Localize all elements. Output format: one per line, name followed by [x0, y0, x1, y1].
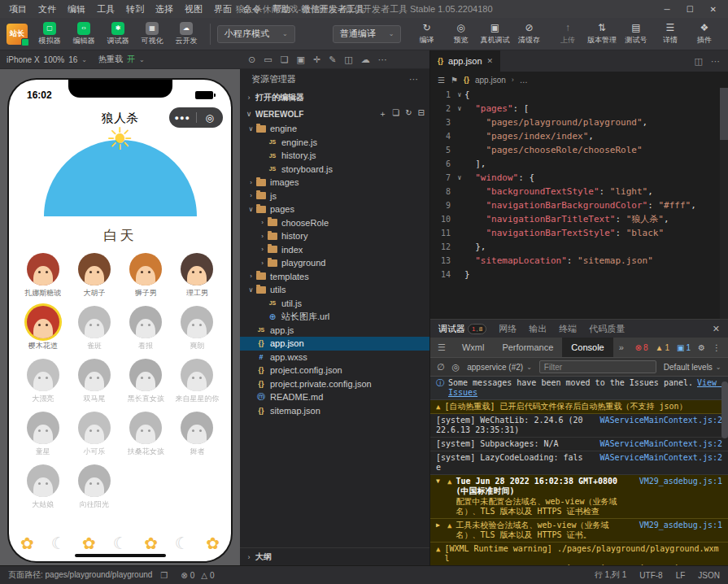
player-card[interactable]: 理工男 [172, 253, 223, 299]
editor-tab-appjson[interactable]: {} app.json ✕ [430, 50, 500, 72]
screenshot-icon[interactable]: ❏ [281, 54, 289, 65]
tree-item[interactable]: ›images [240, 176, 429, 190]
devtools-tab-console[interactable]: Console [562, 338, 612, 357]
player-card[interactable]: 看报 [120, 306, 172, 351]
kebab-menu-icon[interactable]: ⋮ [713, 343, 721, 352]
tree-item[interactable]: ⊕站长图库.url [240, 310, 429, 324]
menubar-item[interactable]: 命令 [238, 3, 267, 15]
clear-cache-button[interactable]: ⊘清缓存 [512, 22, 546, 46]
hot-reload-toggle[interactable]: 热重载 开 ⌄ [98, 54, 145, 65]
player-card[interactable]: 双马尾 [68, 359, 120, 404]
player-card[interactable]: 雀斑 [68, 306, 120, 351]
debugger-button[interactable]: ✱调试器 [101, 22, 135, 46]
mode-dropdown[interactable]: 小程序模式 ⌄ [217, 25, 295, 43]
tree-item[interactable]: ›index [240, 243, 429, 257]
outline-section[interactable]: › 大纲 [240, 547, 429, 565]
player-card[interactable]: 黑长直女孩 [120, 359, 172, 404]
player-card[interactable]: 扎娜斯糖琥 [17, 253, 68, 299]
eye-icon[interactable]: ◎ [452, 362, 460, 373]
expander-icon[interactable]: ▼ [436, 477, 443, 486]
statusbar-item[interactable]: JSON [698, 571, 720, 580]
menubar-item[interactable]: 编辑 [62, 3, 91, 15]
media-icon[interactable]: ▣ [297, 54, 305, 65]
player-card[interactable]: 舞者 [172, 412, 223, 457]
compile-button[interactable]: ↻编译 [409, 22, 443, 46]
visualization-button[interactable]: ▦可视化 [135, 22, 169, 46]
code-line[interactable]: 6 ], [430, 157, 728, 171]
player-card[interactable]: 小可乐 [68, 412, 120, 457]
compile-mode-dropdown[interactable]: 普通编译 ⌄ [333, 25, 402, 43]
player-card[interactable]: 来自星星的你 [172, 359, 223, 404]
code-line[interactable]: 10 "navigationBarTitleText": "狼人杀", [430, 212, 728, 226]
code-line[interactable]: 1∨{ [430, 88, 728, 102]
code-editor[interactable]: 1∨{2∨ "pages": [3 "pages/playground/play… [430, 88, 728, 319]
breadcrumb-more[interactable]: … [520, 76, 528, 85]
view-issues-link[interactable]: View Issues [448, 378, 721, 397]
split-editor-icon[interactable]: ◫ [695, 56, 703, 67]
console-message[interactable]: ▲[WXML Runtime warning] ./pages/playgrou… [430, 543, 728, 565]
preview-button[interactable]: ◎预览 [443, 22, 477, 46]
tree-item[interactable]: ›playground [240, 256, 429, 270]
code-line[interactable]: 7∨ "window": { [430, 171, 728, 185]
split-view-icon[interactable]: ◫ [344, 54, 352, 65]
close-button[interactable]: ✕ [710, 5, 717, 14]
open-editors-section[interactable]: › 打开的编辑器 [240, 89, 429, 106]
more-actions-icon[interactable]: ⋯ [409, 74, 418, 85]
code-line[interactable]: 14} [430, 268, 728, 281]
device-selector[interactable]: iPhone X 100% 16 ⌄ [7, 55, 87, 64]
source-link[interactable]: WAServiceMainContext.js:2 [591, 439, 722, 449]
code-line[interactable]: 13 "sitemapLocation": "sitemap.json" [430, 254, 728, 268]
minimize-button[interactable]: ─ [665, 5, 670, 14]
expander-icon[interactable]: ▶ [436, 521, 443, 530]
test-account-button[interactable]: ▤测试号 [619, 22, 653, 46]
simulator-button[interactable]: ▢模拟器 [33, 22, 67, 46]
tree-item[interactable]: ⓜREADME.md [240, 390, 429, 404]
capsule-close-icon[interactable]: ◎ [197, 113, 224, 123]
console-scrollbar[interactable] [721, 381, 728, 438]
statusbar-item[interactable]: LF [676, 571, 686, 580]
close-tab-icon[interactable]: ✕ [487, 57, 494, 65]
code-line[interactable]: 9 "navigationBarBackgroundColor": "#fff"… [430, 198, 728, 212]
log-levels-selector[interactable]: Default levels ⌄ [664, 363, 721, 372]
bookmark-icon[interactable]: ⚑ [451, 76, 458, 85]
menu-icon[interactable]: ☰ [438, 76, 445, 85]
player-card[interactable]: 大胡子 [68, 253, 120, 299]
source-link[interactable]: VM29_asdebug.js:1 [631, 521, 722, 530]
menubar-item[interactable]: 文件 [33, 3, 62, 15]
code-line[interactable]: 2∨ "pages": [ [430, 102, 728, 115]
scrollbar-thumb[interactable] [720, 88, 728, 140]
devtools-menu-icon[interactable]: ☰ [430, 342, 453, 353]
statusbar-item[interactable]: UTF-8 [639, 571, 662, 580]
capsule-menu-icon[interactable]: ●●● [169, 114, 196, 122]
source-link[interactable]: WAServiceMainContext.js:2 [591, 453, 722, 463]
tree-item[interactable]: ›chooseRole [240, 216, 429, 230]
compose-icon[interactable]: ✎ [329, 54, 336, 65]
devtools-tab-performance[interactable]: Performance [493, 338, 562, 357]
maximize-button[interactable]: ☐ [687, 5, 694, 14]
debugger-tab-输出[interactable]: 输出 [529, 323, 547, 335]
tree-item[interactable]: {}app.json [240, 337, 429, 351]
player-card[interactable]: 爽朗 [172, 306, 223, 351]
problems-indicator[interactable]: ⊗0△0 [181, 571, 214, 580]
clear-console-icon[interactable]: ∅ [437, 362, 445, 373]
code-line[interactable]: 11 "navigationBarTextStyle": "black" [430, 226, 728, 240]
cloud-dev-button[interactable]: ☁云开发 [169, 22, 203, 46]
console-message[interactable]: ▲[自动热重载] 已开启代码文件保存后自动热重载（不支持 json） [430, 400, 728, 414]
network-icon[interactable]: ☁ [361, 54, 370, 65]
code-line[interactable]: 8 "backgroundTextStyle": "light", [430, 185, 728, 198]
menubar-item[interactable]: 项目 [3, 3, 33, 15]
tree-item[interactable]: JSstoryboard.js [240, 163, 429, 177]
source-link[interactable]: VM29_asdebug.js:1 [631, 477, 722, 486]
tree-item[interactable]: {}project.private.config.json [240, 377, 429, 391]
debugger-tab-代码质量[interactable]: 代码质量 [589, 323, 625, 335]
tree-item[interactable]: #app.wxss [240, 351, 429, 364]
version-control-button[interactable]: ⇅版本管理 [585, 22, 619, 46]
console-message[interactable]: ▼▲Tue Jun 28 2022 16:02:38 GMT+0800 (中国标… [430, 475, 728, 519]
tree-item[interactable]: ›templates [240, 270, 429, 284]
upload-button[interactable]: ↑上传 [551, 22, 585, 46]
menubar-item[interactable]: 界面 [208, 3, 238, 15]
tree-item[interactable]: JSapp.js [240, 324, 429, 338]
menubar-item[interactable]: 视图 [179, 3, 208, 15]
player-card[interactable]: 向往阳光 [68, 464, 120, 510]
console-message[interactable]: [system] WeChatLib: 2.24.6 (2022.6.13 23… [430, 414, 728, 438]
